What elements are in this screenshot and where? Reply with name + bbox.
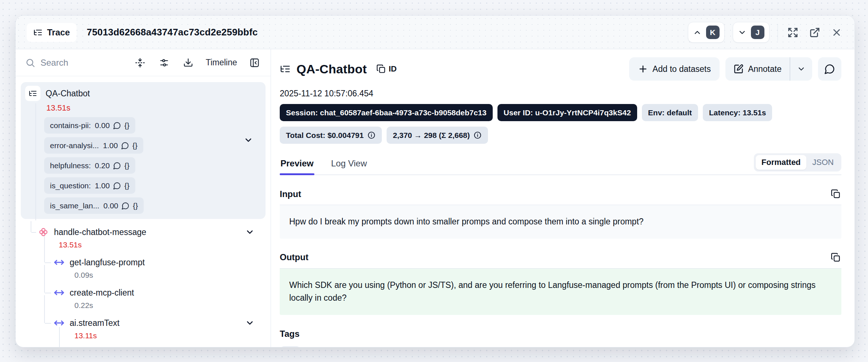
- output-section-title: Output: [280, 252, 309, 262]
- tree-settings-button[interactable]: [158, 56, 171, 69]
- annotate-dropdown-button[interactable]: [790, 57, 812, 81]
- env-badge: Env: default: [642, 104, 698, 121]
- tree-node-label: ai.streamText: [70, 318, 120, 328]
- view-tabs: Preview Log View Formatted JSON: [280, 153, 841, 175]
- add-to-datasets-button[interactable]: Add to datasets: [629, 57, 720, 81]
- copy-output-button[interactable]: [830, 252, 841, 263]
- score-badge-is-question[interactable]: is_question: 1.00 {}: [44, 177, 135, 194]
- tags-section-title: Tags: [280, 329, 299, 339]
- score-metadata-braces: {}: [124, 181, 129, 190]
- score-badge-error-analysis[interactable]: error-analysi... 1.00 {}: [44, 137, 143, 154]
- score-name: contains-pii:: [50, 121, 91, 130]
- annotate-button[interactable]: Annotate: [725, 57, 790, 81]
- list-tree-icon: [25, 86, 40, 101]
- info-icon: [473, 131, 482, 139]
- collapse-sidebar-button[interactable]: [248, 56, 261, 69]
- tree-node-label: create-mcp-client: [70, 288, 134, 298]
- comment-bubble-icon: [824, 63, 835, 74]
- user-id-badge[interactable]: User ID: u-O1rJy-YrtNCP4i7q3kS42: [497, 104, 637, 121]
- trace-detail-panel: QA-Chatbot ID Add to datasets: [271, 49, 855, 347]
- comment-icon: [121, 142, 129, 150]
- close-icon: [831, 27, 842, 38]
- copy-icon: [831, 253, 841, 262]
- tree-node-ai-streamtext-dostream[interactable]: ai.streamText.doStream: [21, 346, 266, 347]
- score-metadata-braces: {}: [133, 201, 138, 210]
- collapse-all-button[interactable]: [133, 56, 147, 69]
- tree-node-handle-chatbot-message[interactable]: handle-chatbot-message: [21, 225, 266, 239]
- annotate-label: Annotate: [748, 64, 782, 74]
- tab-preview[interactable]: Preview: [280, 158, 314, 174]
- score-badge-contains-pii[interactable]: contains-pii: 0.00 {}: [44, 117, 135, 134]
- score-metadata-braces: {}: [132, 141, 137, 150]
- download-button[interactable]: [182, 56, 195, 69]
- input-content: Hpw do I break my prompts down into smal…: [280, 205, 841, 239]
- score-metadata-braces: {}: [124, 121, 129, 130]
- page-title: QA-Chatbot: [297, 62, 367, 76]
- score-value: 1.00: [103, 141, 118, 150]
- panel-collapse-icon: [249, 58, 260, 68]
- search-input[interactable]: Search: [25, 58, 123, 68]
- copy-input-button[interactable]: [830, 188, 841, 200]
- header-divider: [778, 24, 778, 41]
- copy-icon: [376, 64, 386, 74]
- trace-peek-modal: Trace 75013d62668a43747ac73cd2e259bbfc K…: [15, 15, 855, 347]
- collapse-node-chevron[interactable]: [245, 227, 255, 237]
- latency-badge: Latency: 13.51s: [703, 104, 772, 121]
- collapse-node-chevron[interactable]: [244, 135, 253, 145]
- tree-node-get-langfuse-prompt[interactable]: get-langfuse-prompt: [21, 255, 266, 270]
- modal-header: Trace 75013d62668a43747ac73cd2e259bbfc K…: [16, 16, 855, 49]
- nav-up-button[interactable]: K: [688, 22, 725, 43]
- expand-button[interactable]: [786, 26, 800, 39]
- expand-icon: [787, 27, 798, 38]
- tree-node-duration: 13.51s: [21, 240, 266, 249]
- trace-timestamp: 2025-11-12 10:57:06.454: [280, 89, 841, 99]
- score-value: 1.00: [95, 181, 110, 190]
- chevron-down-icon: [738, 28, 747, 37]
- pencil-square-icon: [733, 64, 744, 74]
- comment-icon: [121, 202, 129, 210]
- tree-node-trace-root[interactable]: QA-Chatbot 13.51s contains-pii: 0.00 {} …: [21, 82, 266, 219]
- score-name: is_question:: [50, 181, 91, 190]
- total-cost-value: Total Cost: $0.004791: [286, 131, 364, 140]
- preview-content: Input Hpw do I break my prompts down int…: [280, 175, 841, 347]
- score-name: error-analysi...: [50, 141, 99, 150]
- score-value: 0.00: [95, 121, 110, 130]
- chevron-down-icon: [797, 65, 806, 73]
- total-cost-badge[interactable]: Total Cost: $0.004791: [280, 127, 382, 144]
- trace-badge-label: Trace: [47, 27, 70, 38]
- score-badge-is-same-language[interactable]: is_same_lan... 0.00 {}: [44, 197, 144, 214]
- open-external-button[interactable]: [808, 26, 822, 39]
- fold-vertical-icon: [135, 58, 145, 68]
- copy-icon: [831, 189, 841, 199]
- trace-tree-sidebar: Search Timeline: [16, 49, 271, 347]
- comment-icon: [113, 162, 121, 170]
- tree-node-label: QA-Chatbot: [46, 89, 90, 99]
- list-tree-icon: [280, 63, 291, 74]
- score-name: helpfulness:: [50, 161, 91, 170]
- comments-button[interactable]: [818, 57, 841, 81]
- add-tag-button[interactable]: [280, 346, 301, 347]
- collapse-node-chevron[interactable]: [245, 318, 255, 328]
- format-json-option[interactable]: JSON: [806, 155, 840, 170]
- score-badge-helpfulness[interactable]: helpfulness: 0.20 {}: [44, 157, 135, 174]
- format-formatted-option[interactable]: Formatted: [756, 155, 807, 170]
- token-usage-value: 2,370 → 298 (Σ 2,668): [393, 131, 470, 140]
- copy-trace-id-button[interactable]: ID: [376, 64, 397, 74]
- timeline-toggle[interactable]: Timeline: [206, 58, 237, 68]
- id-label: ID: [389, 64, 397, 74]
- annotate-split-button: Annotate: [725, 57, 812, 81]
- tab-log-view[interactable]: Log View: [330, 158, 368, 174]
- session-badge[interactable]: Session: chat_60587aef-6baa-4973-a73c-b9…: [280, 104, 493, 121]
- tree-node-ai-streamtext[interactable]: ai.streamText: [21, 316, 266, 330]
- tree-node-create-mcp-client[interactable]: create-mcp-client: [21, 285, 266, 300]
- nav-down-button[interactable]: J: [733, 22, 770, 43]
- sidebar-toolbar: Search Timeline: [16, 49, 271, 76]
- trace-type-badge: Trace: [27, 23, 77, 42]
- score-value: 0.00: [103, 201, 118, 210]
- tree-node-duration: 0.09s: [21, 271, 266, 280]
- score-name: is_same_lan...: [50, 201, 99, 210]
- comment-icon: [113, 122, 121, 130]
- token-usage-badge[interactable]: 2,370 → 298 (Σ 2,668): [387, 127, 488, 144]
- close-button[interactable]: [830, 26, 844, 39]
- search-icon: [25, 58, 35, 68]
